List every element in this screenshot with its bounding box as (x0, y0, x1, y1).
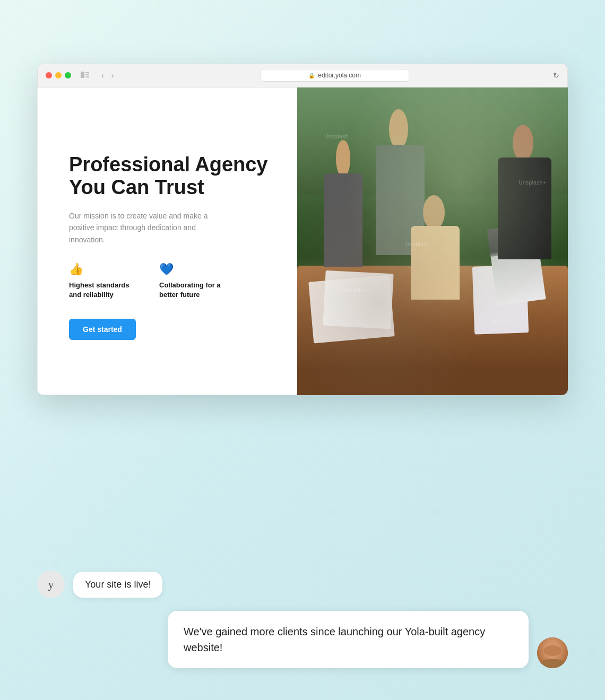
browser-window: ‹ › 🔒 editor.yola.com ↻ Professional Age… (37, 64, 568, 395)
chat-message-left: y Your site is live! (37, 571, 568, 598)
window-controls (46, 72, 71, 78)
feature-2: 💙 Collaborating for a better future (159, 262, 228, 300)
chat-section: y Your site is live! We've gained more c… (0, 549, 605, 700)
get-started-button[interactable]: Get started (69, 319, 136, 340)
maximize-dot[interactable] (65, 72, 71, 78)
photo-overlay (297, 88, 568, 395)
thumbs-up-icon: 👍 (69, 262, 138, 276)
feature-2-label: Collaborating for a better future (159, 281, 228, 300)
svg-rect-1 (85, 72, 89, 73)
svg-rect-3 (85, 76, 89, 77)
chat-bubble-left: Your site is live! (73, 572, 162, 598)
features-row: 👍 Highest standards and reliability 💙 Co… (69, 262, 271, 300)
browser-toolbar: ‹ › 🔒 editor.yola.com ↻ (37, 64, 568, 88)
address-bar[interactable]: 🔒 editor.yola.com (261, 69, 409, 82)
url-text: editor.yola.com (318, 72, 361, 79)
sidebar-toggle-button[interactable] (77, 69, 92, 81)
minimize-dot[interactable] (55, 72, 62, 78)
hero-left-panel: Professional Agency You Can Trust Our mi… (37, 88, 297, 395)
feature-1: 👍 Highest standards and reliability (69, 262, 138, 300)
user-avatar-face (537, 637, 568, 668)
svg-rect-2 (85, 74, 89, 75)
address-bar-container: 🔒 editor.yola.com (123, 69, 547, 82)
chat-right-text: We've gained more clients since launchin… (184, 626, 485, 653)
browser-navigation: ‹ › (99, 70, 116, 81)
hero-photo: Unsplash Unsplash+ Unsplash Unsplash+ Un… (297, 88, 568, 395)
hero-image-panel: Unsplash Unsplash+ Unsplash Unsplash+ Un… (297, 88, 568, 395)
heart-icon: 💙 (159, 262, 228, 276)
close-dot[interactable] (46, 72, 52, 78)
user-avatar (537, 637, 568, 668)
reload-button[interactable]: ↻ (553, 71, 559, 80)
forward-button[interactable]: › (109, 70, 117, 81)
chat-bubble-right: We've gained more clients since launchin… (168, 611, 529, 668)
chat-message-right: We've gained more clients since launchin… (37, 611, 568, 668)
feature-1-label: Highest standards and reliability (69, 281, 138, 300)
hero-subtitle: Our mission is to create value and make … (69, 210, 218, 246)
lock-icon: 🔒 (308, 73, 315, 78)
hero-title: Professional Agency You Can Trust (69, 153, 271, 199)
back-button[interactable]: ‹ (99, 70, 107, 81)
yola-avatar: y (37, 571, 65, 598)
svg-rect-0 (81, 72, 84, 78)
browser-content: Professional Agency You Can Trust Our mi… (37, 88, 568, 395)
chat-left-text: Your site is live! (85, 579, 151, 590)
